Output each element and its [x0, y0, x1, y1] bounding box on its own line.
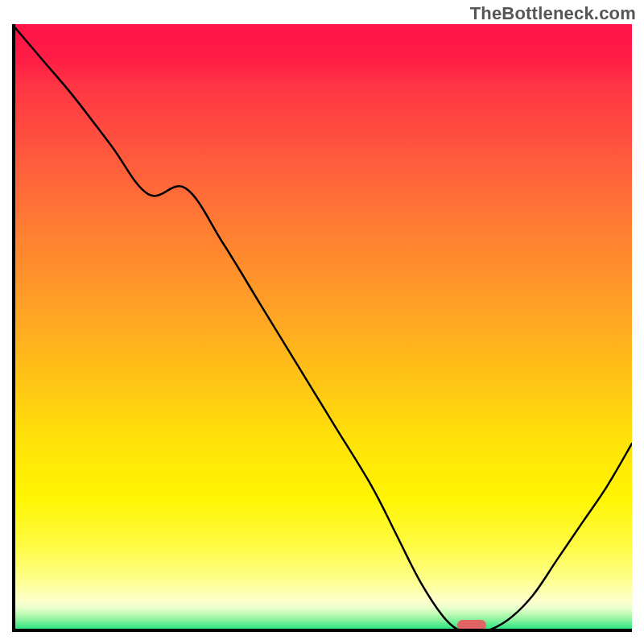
- watermark-text: TheBottleneck.com: [470, 3, 636, 24]
- plot-area: [12, 24, 632, 632]
- bottleneck-curve: [12, 24, 632, 632]
- chart-svg: [12, 24, 632, 632]
- optimal-point-marker: [457, 620, 486, 630]
